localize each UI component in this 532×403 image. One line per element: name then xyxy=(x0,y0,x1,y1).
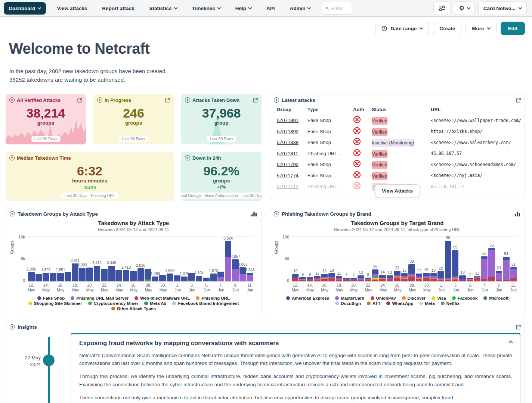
chart-type-icon[interactable] xyxy=(515,211,521,216)
table-row: 57071838Fake ShopInactive (Monitoring)<s… xyxy=(274,137,521,148)
help-icon[interactable]: ? xyxy=(185,97,190,103)
bar xyxy=(50,236,57,281)
bar-value-label: 16 xyxy=(293,269,297,273)
settings-menu-button[interactable]: ⚙ xyxy=(454,1,474,15)
stat-card-value: 246 xyxy=(97,107,170,120)
status-badge: Verified xyxy=(372,150,387,158)
auth-denied-icon[interactable] xyxy=(353,182,361,190)
x-tick-label: 16. May xyxy=(321,283,328,293)
nav-item-statistics[interactable]: Statistics xyxy=(143,3,184,14)
stat-card-delta[interactable]: -0:24 ▾ xyxy=(9,185,170,190)
auth-denied-icon[interactable] xyxy=(353,160,361,168)
help-icon[interactable]: ? xyxy=(97,97,102,103)
legend-item: Facebook xyxy=(452,296,478,300)
x-tick-label: 5. Jun xyxy=(467,283,474,293)
help-icon[interactable]: ? xyxy=(9,97,15,103)
legend-label: Microsoft xyxy=(489,296,508,300)
more-button[interactable]: More xyxy=(466,22,496,35)
nav-item-help[interactable]: Help xyxy=(229,3,258,14)
gear-icon: ⚙ xyxy=(459,4,464,12)
attacks-table: GroupTypeAuthStatusURL57071891Fake ShopV… xyxy=(274,104,521,192)
bar: 9 xyxy=(307,236,313,281)
legend-dot xyxy=(386,302,390,305)
legend-dot xyxy=(37,296,41,300)
bar-value-label: 1,673 xyxy=(209,269,218,273)
stat-card-delta[interactable]: +2% xyxy=(185,185,258,189)
auth-denied-icon[interactable] xyxy=(353,149,361,157)
x-tick-label xyxy=(94,283,101,293)
external-link-icon[interactable] xyxy=(516,325,521,329)
help-icon[interactable]: ? xyxy=(9,155,15,160)
group-link[interactable]: 57071774 xyxy=(277,173,307,178)
nav-item-dashboard[interactable]: Dashboard xyxy=(4,2,46,15)
bar xyxy=(65,236,71,281)
group-link[interactable]: 57071790 xyxy=(277,162,307,167)
bar-value-label: 54 xyxy=(504,252,508,256)
legend-label: Meta xyxy=(425,301,434,306)
group-link[interactable]: 57071890 xyxy=(277,129,307,134)
x-tick-label xyxy=(445,283,452,293)
chart-subtitle: Between 2024-05-12 and 2024-06-11, attac… xyxy=(274,227,521,232)
external-link-icon[interactable] xyxy=(516,98,521,103)
bar xyxy=(86,236,93,281)
help-icon[interactable]: ? xyxy=(10,324,15,329)
legend-dot xyxy=(196,296,200,300)
auth-denied-icon[interactable] xyxy=(353,116,361,124)
help-icon[interactable]: ? xyxy=(10,211,15,216)
display-settings-button[interactable] xyxy=(433,1,451,15)
legend-item: Web-Inject Malware URL xyxy=(134,296,190,300)
legend-item: Phishing URL Mail Server xyxy=(71,296,129,300)
help-icon[interactable]: ? xyxy=(274,211,279,216)
charts-row: ?Takedown Groups by Attack TypeTakedowns… xyxy=(6,208,525,314)
auth-denied-icon[interactable] xyxy=(353,171,361,179)
group-link[interactable]: 57071891 xyxy=(277,118,307,123)
external-link-icon[interactable] xyxy=(77,98,82,103)
insights-panel: ? Insights 22 May 2024 Exposing fraud ne… xyxy=(6,321,525,403)
auth-denied-icon[interactable] xyxy=(353,127,361,135)
group-link[interactable]: 57071838 xyxy=(277,140,307,145)
stat-card-attacks-taken-down: ?Attacks Taken Down37,968groupLast 30 Da… xyxy=(181,94,262,144)
help-icon[interactable]: ? xyxy=(274,97,279,103)
edit-button[interactable]: Edit xyxy=(501,22,525,35)
x-tick-label: 9. Jun xyxy=(495,283,502,293)
bar: 14 xyxy=(379,236,386,281)
account-menu-button[interactable]: Card Netwo... xyxy=(478,1,527,15)
nav-item-timelines[interactable]: Timelines xyxy=(185,3,227,14)
auth-denied-icon[interactable] xyxy=(353,138,361,146)
collapse-chevron-up-icon[interactable] xyxy=(508,340,513,344)
external-link-icon[interactable] xyxy=(165,98,170,103)
group-link[interactable]: 57071811 xyxy=(277,151,307,156)
external-link-icon[interactable] xyxy=(253,98,258,103)
legend-item: Visa xyxy=(432,296,446,300)
bar-value-label: 26 xyxy=(373,265,377,269)
legend-item: Microsoft xyxy=(483,296,508,300)
nav-item-view-attacks[interactable]: View attacks xyxy=(50,3,94,14)
nav-item-api[interactable]: API xyxy=(260,3,282,14)
global-search[interactable] xyxy=(322,2,352,15)
bar: 16 xyxy=(292,236,299,281)
y-axis-label: Groups xyxy=(274,241,278,254)
nav-item-report-attack[interactable]: Report attack xyxy=(95,3,141,14)
x-tick-label xyxy=(123,283,130,293)
bar-value-label: 55 xyxy=(482,252,486,256)
create-button[interactable]: Create xyxy=(433,22,461,35)
x-tick-label: 16. May xyxy=(57,283,64,293)
group-link[interactable]: 57071712 xyxy=(277,184,307,189)
date-range-button[interactable]: Date range xyxy=(375,22,429,35)
status-cell: Verified xyxy=(372,128,431,135)
x-tick-label xyxy=(239,283,246,293)
nav-item-admin[interactable]: Admin xyxy=(283,3,317,14)
status-cell: Verified xyxy=(372,117,431,124)
legend-dot xyxy=(335,296,339,300)
help-icon[interactable]: ? xyxy=(185,155,190,160)
search-input[interactable] xyxy=(331,6,348,11)
bar-value-label: 17 xyxy=(417,269,421,273)
attack-url: https://oxlzks.shop/ xyxy=(431,129,521,134)
bar: 18 xyxy=(328,236,335,281)
table-row: 57071811Phishing URL ...Verified45.86.18… xyxy=(274,148,521,159)
view-attacks-button[interactable]: View Attacks xyxy=(375,184,420,197)
timeline-dot xyxy=(43,354,55,366)
nav-item-label: View attacks xyxy=(57,6,87,11)
chart-type-icon[interactable] xyxy=(251,211,257,216)
status-badge: Verified xyxy=(372,161,387,169)
